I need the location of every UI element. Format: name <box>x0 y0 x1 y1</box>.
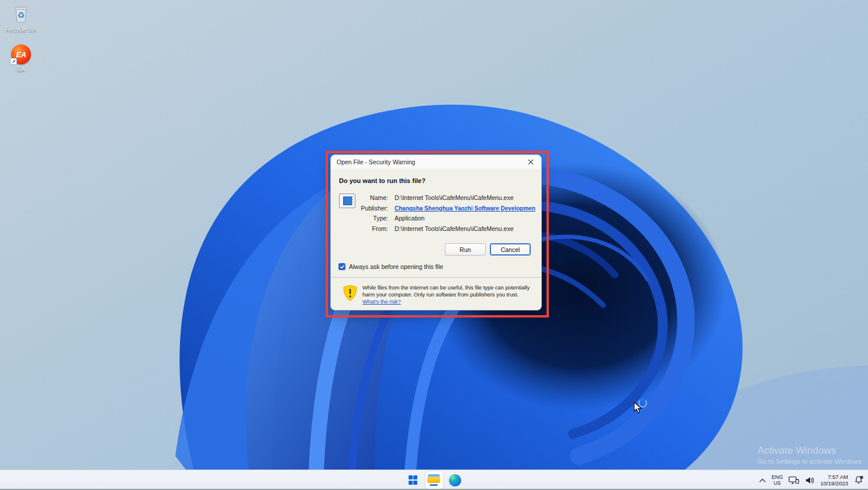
warning-shield-icon <box>343 285 358 301</box>
dialog-titlebar[interactable]: Open File - Security Warning <box>331 155 541 169</box>
windows-logo-icon <box>409 475 418 485</box>
desktop: ♻ Recycle Bin EA ↗ EA Open File - Securi… <box>0 0 868 490</box>
file-explorer-button[interactable] <box>426 471 443 489</box>
clock[interactable]: 7:57 AM 10/19/2023 <box>820 474 848 486</box>
network-icon[interactable] <box>789 476 800 485</box>
tray-chevron-up-icon[interactable] <box>759 478 766 482</box>
desktop-icon-label: Recycle Bin <box>6 26 37 33</box>
dialog-title: Open File - Security Warning <box>337 158 526 165</box>
start-button[interactable] <box>404 471 422 489</box>
security-warning-dialog: Open File - Security Warning Do you want… <box>330 154 542 310</box>
file-explorer-icon <box>427 474 441 486</box>
notification-bell-icon[interactable] <box>854 475 863 485</box>
name-value: D:\Internet Tools\iCafeMenu\iCafeMenu.ex… <box>395 194 535 201</box>
svg-text:♻: ♻ <box>18 11 25 20</box>
language-indicator[interactable]: ENG US <box>772 474 783 486</box>
publisher-label: Publisher: <box>339 205 388 212</box>
always-ask-label: Always ask before opening this file <box>349 263 443 270</box>
tray-time: 7:57 AM <box>820 474 848 480</box>
warning-text: While files from the Internet can be use… <box>362 284 537 305</box>
desktop-icon-label: EA <box>17 66 25 73</box>
tray-date: 10/19/2023 <box>820 480 848 486</box>
always-ask-checkbox[interactable] <box>338 263 345 270</box>
from-value: D:\Internet Tools\iCafeMenu\iCafeMenu.ex… <box>395 225 535 232</box>
speaker-icon[interactable] <box>805 477 814 484</box>
desktop-icon-recycle-bin[interactable]: ♻ Recycle Bin <box>0 4 42 33</box>
taskbar: ENG US 7:57 AM 10/19/2023 <box>0 470 868 490</box>
type-value: Application <box>395 215 535 222</box>
desktop-icon-ea[interactable]: EA ↗ EA <box>0 44 42 73</box>
checkmark-icon <box>340 264 345 270</box>
publisher-link[interactable]: Changsha Shenghua Yaozhi Software Develo… <box>395 205 535 212</box>
close-icon[interactable] <box>526 157 535 167</box>
cancel-button[interactable]: Cancel <box>490 243 531 256</box>
shortcut-arrow-icon: ↗ <box>10 58 17 65</box>
type-label: Type: <box>339 215 388 222</box>
name-label: Name: <box>339 194 388 201</box>
edge-browser-icon <box>449 474 461 486</box>
dialog-divider <box>331 277 541 278</box>
system-tray: ENG US 7:57 AM 10/19/2023 <box>759 470 863 490</box>
edge-button[interactable] <box>447 471 464 489</box>
run-button[interactable]: Run <box>445 243 486 256</box>
from-label: From: <box>339 225 388 232</box>
file-detail-fields: Name: D:\Internet Tools\iCafeMenu\iCafeM… <box>339 194 535 232</box>
recycle-bin-icon: ♻ <box>11 4 32 25</box>
whats-the-risk-link[interactable]: What's the risk? <box>362 298 401 305</box>
dialog-heading: Do you want to run this file? <box>339 177 426 184</box>
